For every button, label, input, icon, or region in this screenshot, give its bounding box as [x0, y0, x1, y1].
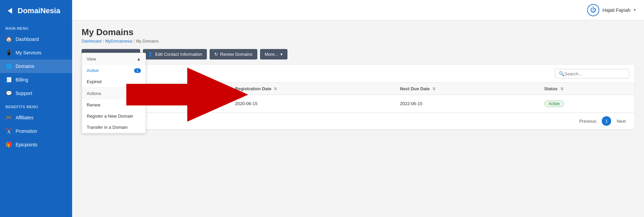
renew-domains-label: Renew Domains: [220, 52, 252, 57]
sort-icon-reg: ⇅: [274, 87, 277, 91]
view-chevron-icon: ▲: [136, 56, 141, 62]
chevron-down-icon: ▾: [634, 8, 636, 12]
view-section-header[interactable]: View ▲: [82, 53, 146, 65]
view-expired-label: Expired: [87, 79, 102, 84]
user-avatar: ⏻: [587, 4, 599, 16]
sidebar-item-label: Dashboard: [16, 37, 39, 42]
search-input[interactable]: [564, 71, 625, 76]
view-dropdown: View ▲ Active 1 Expired Actions ▲ Renew: [82, 53, 146, 134]
epicpoints-icon: 🎁: [5, 141, 12, 148]
view-label: View: [87, 56, 96, 62]
sidebar-item-affiliates[interactable]: 🎮 Affiliates: [0, 111, 72, 124]
next-button[interactable]: Next: [613, 117, 629, 125]
sort-icon-due: ⇅: [432, 87, 435, 91]
action-transfer-label: Transfer in a Domain: [87, 125, 128, 130]
more-button[interactable]: More... ▾: [260, 49, 287, 59]
view-item-active[interactable]: Active 1: [82, 65, 146, 76]
table-card: Showing 1 to 1 of 1 entries 🔍 Domain ⇅ R…: [82, 65, 635, 129]
renew-domains-button[interactable]: ↻ Renew Domains: [210, 49, 257, 59]
action-renew[interactable]: Renew: [82, 99, 146, 111]
col-registration-date: Registration Date ⇅: [230, 83, 394, 95]
main-content: ⏻ Hajati Fajriah ▾ My Domains Dashboard …: [72, 0, 644, 217]
benefits-menu-title: Benefits Menu: [0, 100, 72, 111]
billing-icon: 🧾: [5, 76, 12, 83]
sidebar-item-domains[interactable]: 🌐 Domains: [0, 59, 72, 73]
action-register-domain[interactable]: Register a New Domain: [82, 111, 146, 122]
view-section: View ▲ Active 1 Expired: [82, 53, 146, 88]
sidebar-item-label: Affiliates: [16, 115, 34, 120]
top-bar: ⏻ Hajati Fajriah ▾: [72, 0, 644, 20]
action-register-label: Register a New Domain: [87, 114, 133, 119]
breadcrumb-mydomainesia[interactable]: MyDomainesia: [105, 39, 132, 44]
affiliates-icon: 🎮: [5, 114, 12, 121]
cell-status: Active: [539, 95, 635, 113]
main-menu-title: Main Menu: [0, 22, 72, 32]
view-active-badge: 1: [134, 68, 141, 73]
search-box[interactable]: 🔍: [555, 69, 629, 78]
svg-marker-0: [8, 8, 12, 14]
more-label: More...: [265, 52, 278, 57]
domains-icon: 🌐: [5, 63, 12, 70]
sidebar-item-support[interactable]: 💬 Support: [0, 87, 72, 100]
prev-button[interactable]: Previous: [576, 117, 600, 125]
table-header: Domain ⇅ Registration Date ⇅ Next Due Da…: [82, 83, 635, 95]
user-info[interactable]: ⏻ Hajati Fajriah ▾: [587, 4, 636, 16]
dashboard-icon: 🏠: [5, 36, 12, 43]
cell-next-due-date: 2022-06-15: [394, 95, 539, 113]
breadcrumb-sep-2: /: [133, 39, 134, 44]
renew-icon: ↻: [214, 52, 218, 57]
pagination: Previous 1 Next: [576, 116, 629, 126]
more-chevron-icon: ▾: [280, 52, 283, 57]
support-icon: 💬: [5, 90, 12, 97]
table-footer: Show 10 25 50 100 entries Previous 1 Nex…: [82, 113, 635, 129]
toolbar: ⊕ Manage Nameservers 👤 Edit Contact Info…: [82, 49, 635, 59]
content-area: My Domains Dashboard / MyDomainesia / My…: [72, 20, 644, 217]
actions-label: Actions: [87, 91, 101, 96]
sidebar-item-billing[interactable]: 🧾 Billing: [0, 73, 72, 87]
sidebar-item-label: Promotion: [16, 128, 37, 134]
sidebar-item-label: My Services: [16, 50, 41, 55]
logo-icon: [5, 6, 15, 16]
user-name: Hajati Fajriah: [603, 7, 630, 13]
edit-contact-icon: 👤: [148, 52, 153, 57]
sidebar-item-label: Billing: [16, 77, 28, 82]
sidebar-item-promotion[interactable]: ✂️ Promotion: [0, 124, 72, 138]
logo-area: DomaiNesia: [0, 0, 72, 22]
actions-section-header[interactable]: Actions ▲: [82, 88, 146, 99]
view-item-expired[interactable]: Expired: [82, 76, 146, 87]
view-active-label: Active: [87, 68, 99, 73]
logo-text: DomaiNesia: [18, 6, 60, 15]
table-header-row: Showing 1 to 1 of 1 entries 🔍: [82, 65, 635, 83]
breadcrumb-dashboard[interactable]: Dashboard: [82, 39, 102, 44]
cell-registration-date: 2020-06-15: [230, 95, 394, 113]
sidebar-item-label: Support: [16, 91, 32, 96]
actions-chevron-icon: ▲: [136, 91, 141, 96]
sidebar-item-label: Domains: [16, 64, 34, 69]
col-next-due-date: Next Due Date ⇅: [394, 83, 539, 95]
page-title: My Domains: [82, 27, 635, 38]
my-services-icon: 📱: [5, 49, 12, 56]
current-page[interactable]: 1: [602, 116, 611, 126]
sidebar-item-my-services[interactable]: 📱 My Services: [0, 46, 72, 59]
domains-table: Domain ⇅ Registration Date ⇅ Next Due Da…: [82, 83, 635, 113]
sidebar-item-label: Epicpoints: [16, 142, 38, 147]
breadcrumb-sep-1: /: [103, 39, 104, 44]
sidebar: DomaiNesia Main Menu 🏠 Dashboard 📱 My Se…: [0, 0, 72, 217]
status-badge: Active: [544, 100, 564, 107]
breadcrumb: Dashboard / MyDomainesia / My Domains: [82, 39, 635, 44]
promotion-icon: ✂️: [5, 128, 12, 135]
edit-contact-label: Edit Contact Information: [155, 52, 202, 57]
search-icon: 🔍: [559, 71, 564, 76]
sort-icon-status: ⇅: [560, 87, 563, 91]
sidebar-item-epicpoints[interactable]: 🎁 Epicpoints: [0, 138, 72, 151]
actions-section: Actions ▲ Renew Register a New Domain Tr…: [82, 88, 146, 133]
action-renew-label: Renew: [87, 102, 100, 107]
breadcrumb-current: My Domains: [136, 39, 159, 44]
sidebar-item-dashboard[interactable]: 🏠 Dashboard: [0, 32, 72, 46]
col-status: Status ⇅: [539, 83, 635, 95]
edit-contact-button[interactable]: 👤 Edit Contact Information: [143, 49, 207, 59]
table-row[interactable]: hajatifajriah.xyz ✔ ✓ Auto Renew 2020-06…: [82, 95, 635, 113]
action-transfer-domain[interactable]: Transfer in a Domain: [82, 122, 146, 133]
